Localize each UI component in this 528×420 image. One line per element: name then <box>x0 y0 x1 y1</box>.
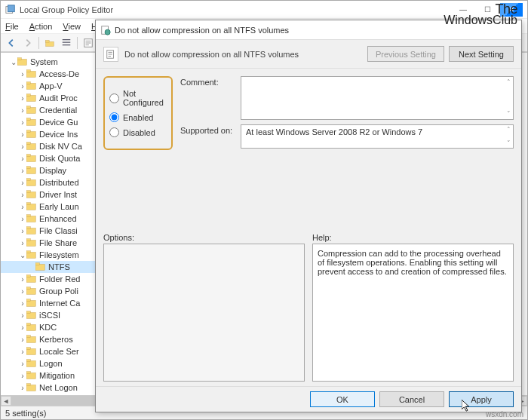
tree-item[interactable]: ›Mitigation <box>1 369 95 382</box>
svg-rect-60 <box>26 372 30 374</box>
radio-not-configured[interactable]: Not Configured <box>109 89 167 107</box>
options-label: Options: <box>103 233 305 242</box>
tree-item[interactable]: ›Locale Ser <box>1 345 95 357</box>
svg-rect-24 <box>26 155 30 157</box>
caret-down-icon[interactable]: ˅ <box>507 110 511 118</box>
apply-button[interactable]: Apply <box>449 391 514 407</box>
tree-item[interactable]: ›Audit Proc <box>1 92 95 104</box>
caret-up-icon: ˄ <box>507 126 511 133</box>
supported-box: At least Windows Server 2008 R2 or Windo… <box>241 124 514 149</box>
properties-button[interactable] <box>81 35 96 51</box>
tree-item-selected[interactable]: NTFS <box>1 261 95 273</box>
lower-panels: Options: Help: Compression can add to th… <box>96 233 521 387</box>
svg-rect-3 <box>46 40 49 42</box>
caret-up-icon[interactable]: ˄ <box>507 78 511 86</box>
tree-item[interactable]: ›Kerberos <box>1 333 95 345</box>
tree-item[interactable]: ›Internet Ca <box>1 297 95 309</box>
svg-rect-52 <box>26 323 30 326</box>
svg-rect-38 <box>26 239 30 241</box>
nav-fwd-button[interactable] <box>20 35 35 51</box>
dialog-footer: OK Cancel Apply <box>96 386 521 412</box>
svg-rect-55 <box>26 349 35 355</box>
previous-setting-button[interactable]: Previous Setting <box>367 46 444 62</box>
svg-rect-50 <box>26 311 30 314</box>
svg-rect-36 <box>26 227 30 229</box>
tree-item[interactable]: ›Disk NV Ca <box>1 140 95 152</box>
svg-rect-22 <box>26 143 30 145</box>
svg-rect-23 <box>26 156 35 162</box>
tree-item[interactable]: ›Device Gu <box>1 116 95 128</box>
svg-rect-16 <box>26 106 30 109</box>
ok-button[interactable]: OK <box>310 391 375 407</box>
tree-item[interactable]: ⌄Filesystem <box>1 249 95 261</box>
help-panel: Compression can add to the processing ov… <box>312 244 514 382</box>
svg-rect-58 <box>26 360 30 362</box>
svg-point-66 <box>105 29 110 35</box>
tree-item[interactable]: ›App-V <box>1 80 95 92</box>
svg-rect-31 <box>26 204 35 210</box>
tree-item[interactable]: ›KDC <box>1 321 95 333</box>
dialog-body: Not Configured Enabled Disabled Comment:… <box>96 69 521 233</box>
svg-rect-8 <box>17 58 21 60</box>
tree-item[interactable]: ›Net Logon <box>1 382 95 394</box>
svg-rect-30 <box>26 191 30 193</box>
tree-item[interactable]: ›Early Laun <box>1 201 95 213</box>
comment-textarea[interactable]: ˄ ˅ <box>241 76 514 120</box>
policy-dialog: Do not allow compression on all NTFS vol… <box>95 20 522 412</box>
supported-text: At least Windows Server 2008 R2 or Windo… <box>241 125 513 139</box>
tree-item[interactable]: ›Driver Inst <box>1 189 95 201</box>
svg-rect-9 <box>26 72 35 78</box>
tree-item[interactable]: ›Folder Red <box>1 273 95 285</box>
svg-rect-28 <box>26 179 30 181</box>
radio-disabled[interactable]: Disabled <box>109 127 167 137</box>
titlebar-text: Local Group Policy Editor <box>20 5 113 14</box>
svg-rect-20 <box>26 130 30 133</box>
tree-item[interactable]: ›Access-De <box>1 68 95 80</box>
cancel-button[interactable]: Cancel <box>379 391 444 407</box>
next-setting-button[interactable]: Next Setting <box>449 46 514 62</box>
svg-rect-26 <box>26 167 30 169</box>
tree-item[interactable]: ›Credential <box>1 104 95 116</box>
tree-item[interactable]: ›Device Ins <box>1 128 95 140</box>
supported-label: Supported on: <box>180 124 236 135</box>
menu-file[interactable]: FFileile <box>5 22 19 31</box>
tree-item[interactable]: ›Logon <box>1 357 95 369</box>
up-button[interactable] <box>42 35 57 51</box>
dialog-header: Do not allow compression on all NTFS vol… <box>96 40 521 69</box>
tree-item[interactable]: ⌄System <box>1 56 95 68</box>
svg-rect-47 <box>26 301 35 307</box>
scroll-left[interactable]: ◄ <box>1 396 11 406</box>
dialog-title-text: Do not allow compression on all NTFS vol… <box>115 26 289 35</box>
svg-rect-13 <box>26 96 35 102</box>
app-icon <box>5 5 16 15</box>
svg-rect-7 <box>17 60 26 66</box>
site-watermark: wsxdn.com <box>486 410 523 418</box>
tree-item[interactable]: ›Display <box>1 164 95 176</box>
nav-back-button[interactable] <box>4 35 19 51</box>
tree-item[interactable]: ›File Classi <box>1 225 95 237</box>
tree-item[interactable]: ›File Share <box>1 237 95 249</box>
tree-item[interactable]: ›Disk Quota <box>1 152 95 164</box>
caret-down-icon: ˅ <box>507 139 511 147</box>
list-button[interactable] <box>59 35 74 51</box>
svg-rect-34 <box>26 215 30 217</box>
svg-rect-25 <box>26 168 35 174</box>
svg-rect-44 <box>26 275 30 277</box>
tree-item[interactable]: ›iSCSI <box>1 309 95 321</box>
tree-panel[interactable]: ⌄System›Access-De›App-V›Audit Proc›Crede… <box>1 53 96 395</box>
svg-rect-57 <box>26 361 35 367</box>
tree-item[interactable]: ›Distributed <box>1 176 95 189</box>
menu-action[interactable]: Action <box>29 22 53 31</box>
svg-rect-17 <box>26 120 35 126</box>
menu-view[interactable]: View <box>63 22 81 31</box>
svg-rect-39 <box>26 253 35 259</box>
svg-rect-14 <box>26 94 30 97</box>
svg-rect-27 <box>26 180 35 186</box>
svg-rect-49 <box>26 313 35 319</box>
svg-rect-41 <box>35 265 45 271</box>
dialog-header-text: Do not allow compression on all NTFS vol… <box>124 50 299 59</box>
svg-rect-51 <box>26 325 35 331</box>
tree-item[interactable]: ›Enhanced <box>1 213 95 225</box>
tree-item[interactable]: ›Group Poli <box>1 285 95 297</box>
radio-enabled[interactable]: Enabled <box>109 112 167 122</box>
